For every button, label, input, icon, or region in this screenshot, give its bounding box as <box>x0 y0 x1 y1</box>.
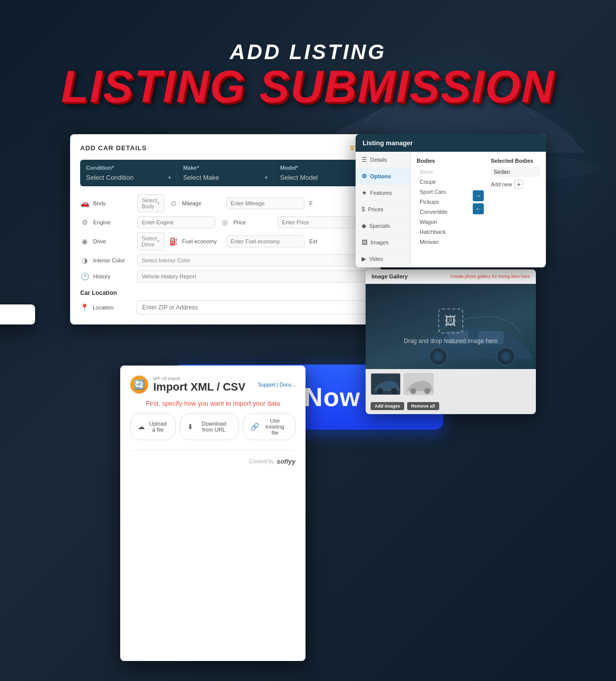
exterior-short-label: F <box>310 200 350 206</box>
ig-drag-text: Drag and drop featured image here <box>404 337 497 345</box>
history-input[interactable] <box>137 270 371 282</box>
import-options-row: ☁ Upload a file ⬇ Download from URL 🔗 Us… <box>130 413 295 440</box>
import-xml-panel-abs: 🔄 WP All Import Import XML / CSV Support… <box>120 366 305 661</box>
lm-add-new[interactable]: Add new + <box>491 180 540 189</box>
lm-list-wagon[interactable]: Wagon <box>417 217 466 227</box>
history-col: 🕐 History <box>80 270 371 282</box>
interior-select[interactable]: Select Interior Color ▾ <box>137 254 371 266</box>
lm-menu-images[interactable]: 🖼 Images <box>356 234 410 251</box>
location-row: 📍 Location <box>80 300 371 314</box>
ig-main-image[interactable]: 🖼 Drag and drop featured image here <box>366 284 536 369</box>
lm-prices-label: Prices <box>368 206 384 212</box>
lm-video-label: Video <box>369 256 383 262</box>
import-existing-btn[interactable]: 🔗 Use existing file <box>243 413 295 440</box>
detail-row-2: ⚙ Engine ◎ Price Tr <box>80 216 371 228</box>
interior-icon: ◑ <box>80 256 89 264</box>
lm-features-icon: ★ <box>362 189 367 196</box>
import-upload-icon: ☁ <box>138 423 145 431</box>
panels-wrapper: ADD CAR DETAILS STEP 1 Condition* Select… <box>70 134 546 405</box>
lm-selected-sedan[interactable]: Sedan <box>491 167 540 177</box>
lm-selected-title: Selected Bodies <box>491 158 540 164</box>
make-group: Make* Select Make ▾ <box>177 160 274 186</box>
main-form-panel: ADD CAR DETAILS STEP 1 Condition* Select… <box>70 134 381 324</box>
body-col: 🚗 Body Select Body ▾ <box>80 194 164 212</box>
lm-list-convertible[interactable]: Convertible <box>417 207 466 217</box>
location-section: Car Location 📍 Location <box>80 289 371 314</box>
lm-options-icon: ⚙ <box>362 173 367 180</box>
interior-col: ◑ Interior Color Select Interior Color ▾ <box>80 254 371 266</box>
lm-list-sport[interactable]: Sport Cars <box>417 187 466 197</box>
import-xml-panel <box>0 304 35 324</box>
ig-car-svg <box>406 304 536 369</box>
page-content: ADD LISTING LISTING SUBMISSION ADD CAR D… <box>0 0 616 681</box>
location-input[interactable] <box>137 300 371 314</box>
lm-list-hatchback[interactable]: Hatchback <box>417 227 466 237</box>
lm-list-minivan[interactable]: Minivan <box>417 237 466 247</box>
engine-input[interactable] <box>137 216 215 228</box>
lm-arrow-right[interactable]: → <box>473 190 484 201</box>
ig-upload-area[interactable]: 🖼 <box>438 308 463 333</box>
ig-thumb-1[interactable] <box>371 373 401 395</box>
import-support-link[interactable]: Support | Docu... <box>250 382 295 388</box>
import-subtitle: First, specify how you want to import yo… <box>130 400 295 407</box>
mileage-col: ⊙ Mileage <box>169 197 304 209</box>
svg-point-11 <box>391 388 397 394</box>
lm-list-pickups[interactable]: Pickups <box>417 197 466 207</box>
lm-menu-options[interactable]: ⚙ Options <box>356 168 410 185</box>
detail-row-4: ◑ Interior Color Select Interior Color ▾ <box>80 254 371 266</box>
engine-col: ⚙ Engine <box>80 216 215 228</box>
ig-thumbnails <box>366 369 536 399</box>
lm-list-coupe[interactable]: Coupe <box>417 177 466 187</box>
import-download-icon: ⬇ <box>187 423 193 431</box>
engine-icon: ⚙ <box>80 218 89 226</box>
lm-add-btn[interactable]: + <box>514 180 523 189</box>
form-top-row: Condition* Select Condition ▾ Make* Sele… <box>80 160 371 186</box>
lm-add-new-label: Add new <box>491 181 512 187</box>
lm-specials-icon: ◆ <box>362 222 366 229</box>
model-select-text: Select Model <box>280 174 318 181</box>
ig-add-images-btn[interactable]: Add images <box>371 402 404 410</box>
price-icon: ◎ <box>220 218 229 226</box>
condition-group: Condition* Select Condition ▾ <box>80 160 177 186</box>
drive-select[interactable]: Select Drive ▾ <box>137 232 164 250</box>
ig-create-link[interactable]: Create photo gallery for listing item he… <box>450 274 530 279</box>
location-pin-icon: 📍 <box>80 303 89 311</box>
import-existing-icon: 🔗 <box>250 423 259 431</box>
model-select[interactable]: Select Model ▾ <box>280 174 365 181</box>
exterior-ext-label: Ext <box>310 238 350 244</box>
lm-menu-specials[interactable]: ◆ Specials <box>356 218 410 234</box>
lm-list-none[interactable]: None <box>417 167 466 177</box>
import-upload-label: Upload a file <box>148 421 168 433</box>
lm-menu-prices[interactable]: $ Prices <box>356 201 410 218</box>
lm-images-label: Images <box>371 239 389 245</box>
lm-menu-details[interactable]: ☰ Details <box>356 152 410 168</box>
make-select-text: Select Make <box>183 174 219 181</box>
interior-label: Interior Color <box>93 257 133 263</box>
drive-icon: ◉ <box>80 237 89 245</box>
import-download-btn[interactable]: ⬇ Download from URL <box>180 413 239 440</box>
drive-select-text: Select Drive <box>142 235 157 247</box>
ig-thumb-2[interactable] <box>404 373 434 395</box>
header-subtitle: ADD LISTING <box>61 40 555 64</box>
lm-arrow-left[interactable]: ← <box>473 203 484 214</box>
price-label: Price <box>233 219 273 225</box>
ig-actions: Add images Remove all <box>366 399 536 414</box>
import-upload-btn[interactable]: ☁ Upload a file <box>130 413 176 440</box>
price-input[interactable] <box>277 216 356 228</box>
mileage-input[interactable] <box>226 197 304 209</box>
condition-select[interactable]: Select Condition ▾ <box>86 174 171 181</box>
lm-menu-video[interactable]: ▶ Video <box>356 251 410 267</box>
location-field-label: Location <box>93 304 133 310</box>
fuel-input[interactable] <box>226 235 304 247</box>
ig-remove-all-btn[interactable]: Remove all <box>407 402 439 410</box>
body-select[interactable]: Select Body ▾ <box>137 194 164 212</box>
make-select[interactable]: Select Make ▾ <box>183 174 268 181</box>
panel-title: ADD CAR DETAILS <box>80 144 147 152</box>
import-logo-text-group: WP All Import Import XML / CSV <box>153 376 245 393</box>
mileage-icon: ⊙ <box>169 199 178 207</box>
lm-menu-features[interactable]: ★ Features <box>356 185 410 201</box>
detail-row-3: ◉ Drive Select Drive ▾ ⛽ Fuel economy Ex… <box>80 232 371 250</box>
location-title: Car Location <box>80 289 371 296</box>
condition-label: Condition* <box>86 165 171 171</box>
lm-body: ☰ Details ⚙ Options ★ Features $ Prices <box>356 152 546 267</box>
